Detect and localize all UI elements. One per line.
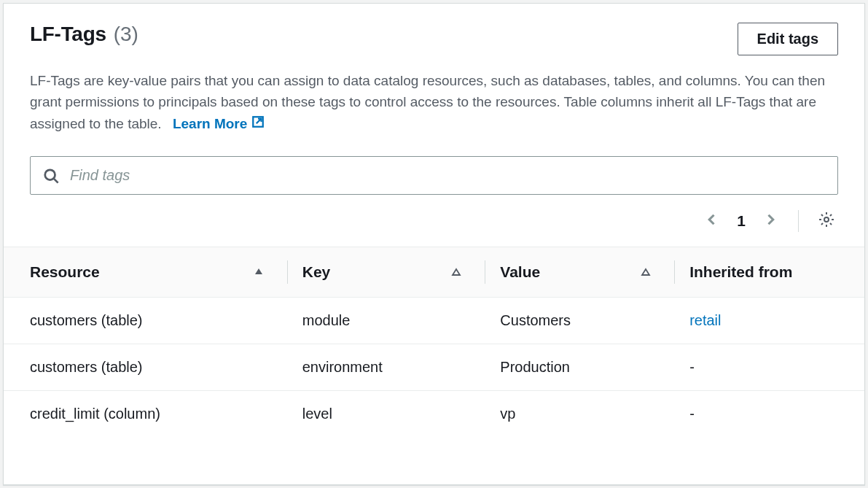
chevron-right-icon: [763, 212, 778, 229]
panel-description: LF-Tags are key-value pairs that you can…: [30, 70, 832, 134]
sort-icon: [640, 266, 652, 278]
cell-value: Customers: [485, 298, 675, 344]
cell-inherited: -: [675, 344, 864, 391]
lf-tags-table: Resource Key: [4, 247, 864, 437]
lf-tags-panel: LF-Tags (3) Edit tags LF-Tags are key-va…: [3, 3, 865, 485]
cell-inherited[interactable]: retail: [675, 298, 864, 344]
table-body: customers (table)moduleCustomersretailcu…: [4, 298, 864, 438]
learn-more-link[interactable]: Learn More: [173, 113, 265, 134]
svg-point-2: [824, 217, 829, 222]
edit-tags-button[interactable]: Edit tags: [738, 23, 838, 55]
cell-inherited: -: [675, 391, 864, 438]
panel-header: LF-Tags (3) Edit tags LF-Tags are key-va…: [4, 4, 864, 134]
title-wrap: LF-Tags (3): [30, 23, 138, 46]
item-count: (3): [114, 23, 138, 46]
column-header-key[interactable]: Key: [288, 247, 486, 298]
pagination: 1: [4, 195, 864, 247]
column-header-value[interactable]: Value: [485, 247, 675, 298]
table-row: customers (table)environmentProduction-: [4, 344, 864, 391]
pagination-separator: [798, 210, 799, 232]
cell-value: vp: [485, 391, 675, 438]
page-number: 1: [732, 212, 750, 230]
search-input[interactable]: [30, 156, 838, 195]
table-row: credit_limit (column)levelvp-: [4, 391, 864, 438]
column-label: Key: [302, 263, 331, 281]
external-link-icon: [251, 113, 265, 134]
cell-value: Production: [485, 344, 675, 391]
cell-resource: customers (table): [4, 298, 288, 344]
sort-asc-icon: [253, 266, 265, 278]
column-label: Inherited from: [689, 263, 792, 281]
table-header-row: Resource Key: [4, 247, 864, 298]
title-row: LF-Tags (3) Edit tags: [30, 23, 838, 55]
table-wrap: Resource Key: [4, 247, 864, 484]
cell-resource: customers (table): [4, 344, 288, 391]
settings-button[interactable]: [815, 208, 838, 233]
cell-resource: credit_limit (column): [4, 391, 288, 438]
sort-icon: [450, 266, 462, 278]
search-row: [30, 156, 838, 195]
column-label: Value: [500, 263, 540, 281]
column-header-resource[interactable]: Resource: [4, 247, 288, 298]
gear-icon: [818, 211, 835, 231]
description-text: LF-Tags are key-value pairs that you can…: [30, 73, 825, 131]
next-page-button[interactable]: [760, 209, 781, 232]
learn-more-label: Learn More: [173, 113, 247, 134]
column-header-inherited[interactable]: Inherited from: [675, 247, 864, 298]
table-row: customers (table)moduleCustomersretail: [4, 298, 864, 344]
cell-key: module: [288, 298, 486, 344]
chevron-left-icon: [705, 212, 719, 229]
cell-key: level: [288, 391, 486, 438]
page-title: LF-Tags: [30, 23, 106, 46]
column-label: Resource: [30, 263, 100, 281]
prev-page-button[interactable]: [702, 209, 722, 232]
cell-key: environment: [288, 344, 486, 391]
